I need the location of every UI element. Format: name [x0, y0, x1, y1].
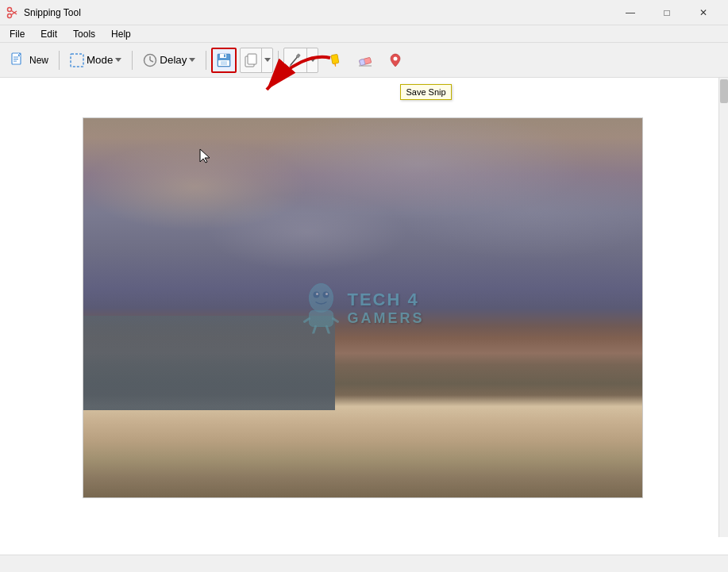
watermark-text: TECH 4 GAMERS — [347, 290, 424, 327]
eraser-icon — [357, 52, 373, 68]
highlighter-button[interactable] — [322, 48, 349, 72]
separator-4 — [278, 51, 279, 70]
svg-line-40 — [326, 327, 329, 334]
svg-line-39 — [313, 327, 315, 334]
svg-line-38 — [333, 319, 337, 322]
app-icon — [6, 6, 19, 19]
menu-help[interactable]: Help — [105, 27, 137, 41]
new-icon — [10, 52, 26, 68]
location-button[interactable] — [382, 48, 409, 72]
svg-rect-16 — [224, 54, 225, 57]
new-button[interactable]: New — [5, 48, 54, 72]
separator-1 — [59, 51, 60, 70]
svg-marker-26 — [334, 63, 337, 66]
menu-bar: File Edit Tools Help — [0, 25, 728, 43]
watermark-line2: GAMERS — [347, 310, 424, 327]
content-area[interactable]: TECH 4 GAMERS — [0, 78, 728, 555]
watermark-line1: TECH 4 — [347, 290, 424, 310]
pen-dropdown[interactable] — [306, 48, 318, 72]
pen-button-group — [283, 48, 318, 73]
mascot-icon — [301, 282, 341, 334]
mode-label: Mode — [87, 54, 113, 66]
close-button[interactable]: ✕ — [685, 5, 722, 21]
svg-line-37 — [304, 319, 309, 322]
mode-chevron — [115, 58, 121, 62]
copy-chevron — [264, 58, 271, 62]
copy-dropdown[interactable] — [261, 48, 272, 72]
svg-rect-25 — [331, 54, 339, 63]
window-title: Snipping Tool — [24, 7, 81, 18]
highlighter-icon — [327, 52, 343, 68]
water-layer — [83, 316, 335, 411]
svg-line-13 — [150, 60, 153, 62]
maximize-button[interactable]: □ — [649, 5, 685, 21]
svg-rect-21 — [248, 54, 256, 64]
title-bar-controls: — □ ✕ — [612, 5, 722, 21]
separator-2 — [132, 51, 133, 70]
separator-3 — [206, 51, 206, 70]
toolbar: New Mode Delay — [0, 43, 728, 78]
menu-file[interactable]: File — [3, 27, 31, 41]
watermark: TECH 4 GAMERS — [301, 282, 424, 334]
save-button-wrapper: Save Snip — [211, 48, 237, 73]
menu-tools[interactable]: Tools — [67, 27, 102, 41]
scrollbar-thumb[interactable] — [720, 79, 728, 103]
svg-point-31 — [309, 284, 333, 313]
copy-icon — [244, 53, 258, 67]
copy-button-group — [240, 48, 273, 73]
save-button[interactable] — [211, 48, 237, 73]
delay-button[interactable]: Delay — [137, 48, 201, 72]
title-bar-left: Snipping Tool — [6, 6, 81, 19]
eraser-button[interactable] — [352, 48, 379, 72]
delay-chevron — [189, 58, 195, 62]
delay-label: Delay — [160, 54, 187, 66]
menu-edit[interactable]: Edit — [34, 27, 64, 41]
title-bar: Snipping Tool — □ ✕ — [0, 0, 728, 25]
svg-point-35 — [325, 293, 328, 295]
vertical-scrollbar[interactable] — [718, 78, 728, 537]
minimize-button[interactable]: — — [612, 5, 649, 21]
svg-point-30 — [394, 56, 398, 60]
delay-icon — [143, 53, 157, 67]
svg-rect-18 — [221, 61, 227, 65]
svg-rect-10 — [71, 54, 83, 67]
mode-icon — [70, 53, 84, 67]
status-bar — [0, 555, 728, 572]
copy-button[interactable] — [241, 48, 261, 72]
save-tooltip: Save Snip — [400, 84, 451, 100]
svg-point-0 — [8, 7, 12, 11]
pen-button[interactable] — [284, 48, 306, 72]
svg-point-34 — [316, 293, 318, 295]
svg-point-1 — [8, 13, 12, 17]
new-label: New — [29, 55, 48, 66]
save-icon — [217, 53, 231, 67]
svg-rect-28 — [360, 59, 366, 65]
location-icon — [387, 52, 403, 68]
beach-image: TECH 4 GAMERS — [83, 117, 643, 498]
svg-rect-36 — [309, 311, 333, 327]
mode-button[interactable]: Mode — [64, 48, 127, 72]
pen-chevron — [310, 58, 316, 62]
pen-icon — [287, 52, 303, 68]
